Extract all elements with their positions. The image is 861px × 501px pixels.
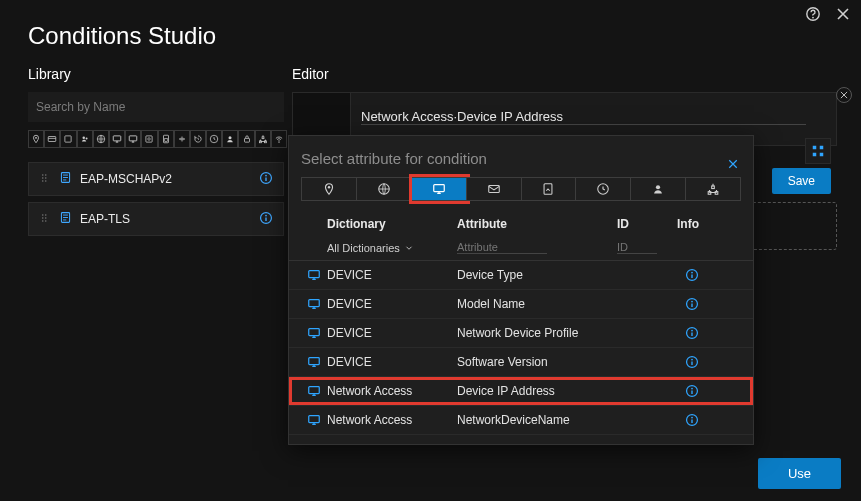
attribute-row[interactable]: DEVICENetwork Device Profile [289, 319, 753, 348]
info-icon[interactable] [677, 268, 707, 282]
monitor-icon [301, 268, 327, 282]
filter-pin-icon[interactable] [28, 130, 44, 148]
row-dictionary: DEVICE [327, 297, 457, 311]
row-dictionary: Network Access [327, 384, 457, 398]
info-icon[interactable] [677, 297, 707, 311]
monitor-icon [301, 384, 327, 398]
row-attribute: NetworkDeviceName [457, 413, 633, 427]
library-item[interactable]: EAP-MSCHAPv2 [28, 162, 284, 196]
filter-clock-icon[interactable] [206, 130, 222, 148]
info-icon[interactable] [259, 211, 273, 228]
attribute-row[interactable]: DEVICESoftware Version [289, 348, 753, 377]
popover-close-icon[interactable] [727, 158, 739, 173]
attribute-popover: Select attribute for condition Dictionar… [288, 135, 754, 445]
tab-envelope[interactable] [467, 177, 522, 201]
id-filter-input[interactable] [617, 241, 657, 254]
drag-handle-icon[interactable] [39, 172, 51, 187]
tab-page[interactable] [522, 177, 577, 201]
info-icon[interactable] [677, 355, 707, 369]
filter-monitor-icon[interactable] [109, 130, 125, 148]
monitor-icon [301, 326, 327, 340]
library-filter-iconbar [28, 130, 288, 148]
info-icon[interactable] [677, 413, 707, 427]
close-icon[interactable] [835, 6, 851, 22]
library-item[interactable]: EAP-TLS [28, 202, 284, 236]
monitor-icon [301, 297, 327, 311]
filter-badge-icon[interactable] [141, 130, 157, 148]
editor-heading: Editor [292, 66, 837, 82]
filter-wifi-icon[interactable] [271, 130, 287, 148]
attribute-row[interactable]: Network AccessDevice IP Address [289, 377, 753, 406]
row-attribute: Device IP Address [457, 384, 633, 398]
use-button[interactable]: Use [758, 458, 841, 489]
row-attribute: Network Device Profile [457, 326, 633, 340]
condition-freetext[interactable]: Network Access·Device IP Address [361, 93, 806, 125]
info-icon[interactable] [677, 384, 707, 398]
row-dictionary: DEVICE [327, 355, 457, 369]
monitor-icon [301, 355, 327, 369]
tab-monitor[interactable] [412, 177, 467, 201]
filter-lock-icon[interactable] [238, 130, 254, 148]
info-icon[interactable] [677, 326, 707, 340]
library-heading: Library [28, 66, 288, 82]
tab-globe[interactable] [357, 177, 412, 201]
tab-pin[interactable] [301, 177, 357, 201]
row-attribute: Software Version [457, 355, 633, 369]
attribute-filter-input[interactable] [457, 241, 547, 254]
info-icon[interactable] [259, 171, 273, 188]
chevron-down-icon [404, 243, 414, 253]
drag-handle-icon[interactable] [39, 212, 51, 227]
dictionary-filter[interactable]: All Dictionaries [327, 242, 457, 254]
library-item-name: EAP-MSCHAPv2 [80, 172, 251, 186]
filter-globe-icon[interactable] [93, 130, 109, 148]
tab-user[interactable] [631, 177, 686, 201]
row-dictionary: DEVICE [327, 268, 457, 282]
dictionary-filter-label: All Dictionaries [327, 242, 400, 254]
save-button[interactable]: Save [772, 168, 831, 194]
library-item-name: EAP-TLS [80, 212, 251, 226]
popover-filter-row: All Dictionaries [289, 237, 753, 261]
filter-sitemap-icon[interactable] [255, 130, 271, 148]
col-id: ID [617, 217, 677, 231]
view-grid-button[interactable] [805, 138, 831, 164]
filter-card-icon[interactable] [44, 130, 60, 148]
filter-monitor2-icon[interactable] [125, 130, 141, 148]
filter-square-icon[interactable] [60, 130, 76, 148]
col-dictionary: Dictionary [327, 217, 457, 231]
doc-icon [59, 211, 72, 227]
page-title: Conditions Studio [28, 22, 216, 50]
filter-user-icon[interactable] [222, 130, 238, 148]
doc-icon [59, 171, 72, 187]
filter-sim-icon[interactable] [158, 130, 174, 148]
tab-clock[interactable] [576, 177, 631, 201]
attribute-row[interactable]: Network AccessNetworkDeviceName [289, 406, 753, 435]
popover-columns-header: Dictionary Attribute ID Info [289, 209, 753, 237]
popover-title: Select attribute for condition [289, 146, 753, 177]
row-dictionary: DEVICE [327, 326, 457, 340]
filter-group-icon[interactable] [77, 130, 93, 148]
row-attribute: Device Type [457, 268, 633, 282]
search-input[interactable] [28, 92, 284, 122]
popover-tabrow [301, 177, 741, 201]
col-info: Info [677, 217, 727, 231]
monitor-icon [301, 413, 327, 427]
tab-sitemap[interactable] [686, 177, 741, 201]
filter-history-icon[interactable] [190, 130, 206, 148]
row-attribute: Model Name [457, 297, 633, 311]
clear-condition-icon[interactable] [836, 87, 852, 103]
help-icon[interactable] [805, 6, 821, 22]
filter-arrows-icon[interactable] [174, 130, 190, 148]
library-panel: Library EAP-MSCHAPv2EAP-TLS [0, 58, 292, 501]
row-dictionary: Network Access [327, 413, 457, 427]
col-attribute: Attribute [457, 217, 617, 231]
attribute-row[interactable]: DEVICEModel Name [289, 290, 753, 319]
attribute-row[interactable]: DEVICEDevice Type [289, 261, 753, 290]
